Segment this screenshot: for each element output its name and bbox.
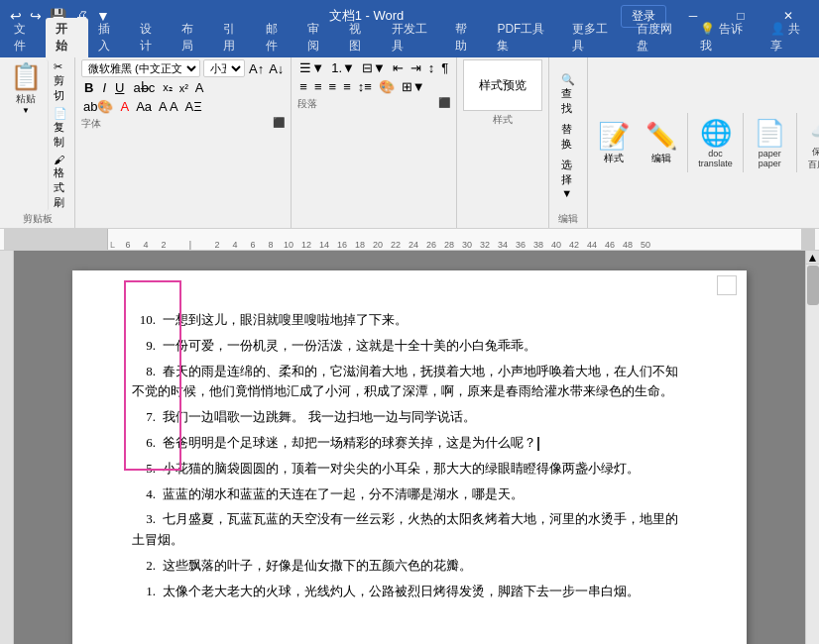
list-text-3: 七月盛夏，瓦蓝瓦蓝的天空没有一丝云彩，火热的太阳炙烤着大地，河里的水烫手，地里的…	[132, 511, 678, 547]
list-num: 10.	[132, 310, 156, 331]
style-big-button[interactable]: 📝 样式	[592, 117, 636, 169]
italic-button[interactable]: I	[99, 79, 109, 96]
doc-translate-bottom-label: translate	[698, 159, 733, 168]
styles-section: 样式预览 样式	[457, 57, 549, 228]
styles-gallery[interactable]: 样式预览	[463, 59, 542, 111]
font-color-button[interactable]: A	[118, 98, 131, 115]
justify-button[interactable]: ≡	[341, 78, 353, 95]
strikethrough-button[interactable]: ab̶c	[130, 79, 158, 96]
tab-review[interactable]: 审阅	[297, 18, 339, 57]
scroll-up-button[interactable]: ▲	[806, 251, 819, 265]
find-button[interactable]: 🔍 查找	[555, 71, 581, 118]
format-painter-button[interactable]: 🖌 格式刷	[51, 153, 70, 211]
bold-button[interactable]: B	[81, 79, 96, 96]
font-size-select[interactable]: 小五	[203, 59, 245, 77]
decrease-font-button[interactable]: A↓	[268, 60, 285, 77]
ruler-num-34: 34	[494, 240, 512, 250]
list-text-5: 小花猫的脑袋圆圆的，顶着一对尖尖的小耳朵，那大大的绿眼睛瞪得像两盏小绿灯。	[163, 461, 640, 476]
ruler-num-8: 8	[262, 240, 280, 250]
paper-check-icon: 📄	[754, 118, 785, 149]
para-expand-button[interactable]: ⬛	[438, 97, 450, 111]
scroll-thumb[interactable]	[807, 266, 819, 305]
style-big-label: 样式	[604, 152, 624, 165]
align-right-button[interactable]: ≡	[327, 78, 339, 95]
shading-button[interactable]: 🎨	[377, 78, 397, 95]
replace-button[interactable]: 替换	[555, 120, 581, 154]
document-page: 10. 一想到这儿，眼泪就嗖里嗖啦地掉了下来。 9. 一份可爱，一份机灵，一份活…	[72, 270, 747, 644]
list-item: 5. 小花猫的脑袋圆圆的，顶着一对尖尖的小耳朵，那大大的绿眼睛瞪得像两盏小绿灯。	[132, 459, 687, 480]
tab-more-tools[interactable]: 更多工具	[562, 18, 627, 57]
show-formatting-button[interactable]: ¶	[439, 59, 450, 76]
tab-developer[interactable]: 开发工具	[382, 18, 446, 57]
font-name-select[interactable]: 微软雅黑 (中文正文)	[81, 59, 200, 77]
save-baidu-button[interactable]: ☁️ 保存到百度网盘	[801, 111, 819, 175]
ruler-num-30: 30	[458, 240, 476, 250]
increase-font-button[interactable]: A↑	[248, 60, 265, 77]
tab-view[interactable]: 视图	[339, 18, 381, 57]
numbering-button[interactable]: 1.▼	[329, 59, 357, 76]
text-effect-button[interactable]: A	[193, 79, 206, 96]
line-spacing-button[interactable]: ↕≡	[356, 78, 374, 95]
copy-button[interactable]: 📄 复制	[51, 106, 70, 151]
font-section: 微软雅黑 (中文正文) 小五 A↑ A↓ B I U ab̶c x₂ x² A …	[75, 57, 292, 228]
tab-home[interactable]: 开始	[46, 18, 87, 57]
ruler-num-32: 32	[476, 240, 494, 250]
doc-translate-button[interactable]: 🌐 doc translate	[692, 114, 739, 172]
align-center-button[interactable]: ≡	[312, 78, 324, 95]
sort-button[interactable]: ↕	[426, 59, 437, 76]
multilevel-button[interactable]: ⊟▼	[360, 59, 388, 76]
doc-translate-icon: 🌐	[700, 118, 732, 149]
tab-mail[interactable]: 邮件	[256, 18, 297, 57]
underline-button[interactable]: U	[112, 79, 127, 96]
char-spacing-button[interactable]: AΞ	[183, 98, 204, 115]
ruler-num-48: 48	[619, 240, 637, 250]
tab-references[interactable]: 引用	[213, 18, 255, 57]
paste-dropdown-icon[interactable]: ▼	[22, 106, 30, 115]
list-item: 4. 蓝蓝的湖水和蓝蓝的天连在了一起，分不清哪是湖水，哪是天。	[132, 484, 687, 505]
list-text-4: 蓝蓝的湖水和蓝蓝的天连在了一起，分不清哪是湖水，哪是天。	[163, 486, 524, 501]
list-item: 7. 我们一边唱歌一边跳舞。 我一边扫地一边与同学说话。	[132, 407, 687, 428]
font-size-adjust[interactable]: A A	[157, 98, 180, 115]
para-row-1: ☰▼ 1.▼ ⊟▼ ⇤ ⇥ ↕ ¶	[297, 59, 450, 76]
tab-design[interactable]: 设计	[130, 18, 172, 57]
align-left-button[interactable]: ≡	[297, 78, 309, 95]
list-num: 4.	[132, 484, 156, 505]
list-item: 8. 春天的雨是连绵的、柔和的，它滋润着大地，抚摸着大地，小声地呼唤着大地，在人…	[132, 362, 687, 403]
edit-big-button[interactable]: ✏️ 编辑	[640, 117, 683, 169]
document-area[interactable]: 10. 一想到这儿，眼泪就嗖里嗖啦地掉了下来。 9. 一份可爱，一份机灵，一份活…	[14, 251, 805, 644]
ribbon-tabs: 文件 开始 插入 设计 布局 引用 邮件 审阅 视图 开发工具 帮助 PDF工具…	[0, 32, 819, 57]
tab-share[interactable]: 👤 共享	[760, 18, 819, 57]
cut-button[interactable]: ✂ 剪切	[51, 59, 70, 104]
scrollbar-vertical[interactable]: ▲ ▼	[805, 251, 819, 644]
tab-insert[interactable]: 插入	[88, 18, 130, 57]
tab-baidu[interactable]: 百度网盘	[627, 18, 691, 57]
tab-help[interactable]: 帮助	[445, 18, 487, 57]
increase-indent-button[interactable]: ⇥	[409, 59, 423, 76]
scroll-track	[806, 265, 819, 644]
ruler-num-44: 44	[583, 240, 601, 250]
font-expand-button[interactable]: ⬛	[273, 117, 285, 131]
list-text-7: 我们一边唱歌一边跳舞。 我一边扫地一边与同学说话。	[163, 409, 475, 424]
doc-area-container: 10. 一想到这儿，眼泪就嗖里嗖啦地掉了下来。 9. 一份可爱，一份机灵，一份活…	[0, 251, 819, 644]
bullets-button[interactable]: ☰▼	[297, 59, 326, 76]
list-item: 2. 这些飘落的叶子，好像是仙女撒下的五颜六色的花瓣。	[132, 556, 687, 577]
clear-format-button[interactable]: Aa	[134, 98, 154, 115]
list-item: 9. 一份可爱，一份机灵，一份活泼，这就是十全十美的小白兔乖乖。	[132, 336, 687, 357]
tab-pdf[interactable]: PDF工具集	[487, 18, 562, 57]
decrease-indent-button[interactable]: ⇤	[391, 59, 406, 76]
tab-tell-me[interactable]: 💡 告诉我	[690, 18, 760, 57]
save-baidu-label: 保存到百度网盘	[808, 146, 819, 171]
borders-button[interactable]: ⊞▼	[400, 78, 427, 95]
subscript-button[interactable]: x₂	[161, 80, 175, 95]
ruler-num-36: 36	[512, 240, 529, 250]
tab-layout[interactable]: 布局	[172, 18, 213, 57]
tab-file[interactable]: 文件	[4, 18, 46, 57]
paper-check-button[interactable]: 📄 paper paper	[748, 114, 792, 172]
ruler-num-6: 6	[119, 240, 137, 250]
paste-button[interactable]: 📋 粘贴 ▼	[4, 59, 49, 211]
select-button[interactable]: 选择▼	[555, 156, 581, 201]
list-num: 3.	[132, 509, 156, 530]
scrollbar-left	[0, 251, 14, 644]
superscript-button[interactable]: x²	[177, 81, 190, 95]
highlight-button[interactable]: ab🎨	[81, 98, 115, 115]
